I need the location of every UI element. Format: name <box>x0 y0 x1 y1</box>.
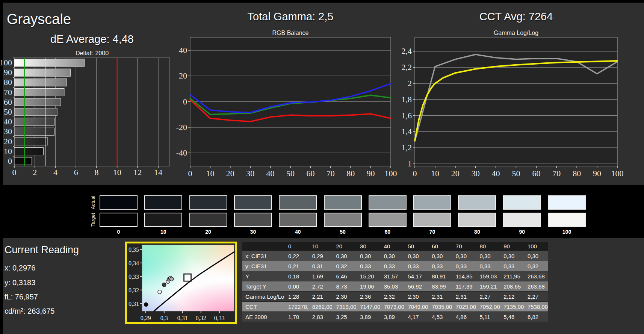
table-value-cell: 208,65 <box>500 281 524 291</box>
swatch-level-label: 70 <box>413 229 451 235</box>
table-value-cell: 0,30 <box>452 251 476 261</box>
table-value-cell: 3,89 <box>380 312 404 322</box>
table-row-label: Target Y <box>242 281 284 291</box>
table-value-cell: 8,73 <box>332 281 356 291</box>
x-axis-label: 14 <box>154 168 162 177</box>
table-value-cell: 7319,00 <box>332 302 356 311</box>
table-value-cell: 5,11 <box>476 312 500 322</box>
table-header-cell: 90 <box>500 242 524 251</box>
x-axis-label: 30 <box>246 169 254 178</box>
table-value-cell: 0,32 <box>524 261 548 271</box>
plot-area <box>142 245 234 311</box>
y-axis-label: 1,6 <box>402 111 412 120</box>
x-axis-label: 70 <box>327 169 335 178</box>
swatch-level-label: 50 <box>324 229 362 235</box>
y-axis-label: 70 <box>4 88 12 97</box>
x-axis-label: 2 <box>33 168 37 177</box>
cie-chromaticity-chart: 0,310,320,330,340,350,290,30,310,320,33 <box>127 243 235 322</box>
x-axis-label: 0,29 <box>141 315 151 321</box>
table-value-cell: 7135,00 <box>500 302 524 311</box>
deltae-bar-50 <box>14 108 57 116</box>
measured-point <box>144 303 148 307</box>
table-header-cell: 70 <box>452 242 476 251</box>
table-value-cell: 159,21 <box>476 281 500 291</box>
table-value-cell: 0,30 <box>428 251 452 261</box>
table-value-cell: 7073,00 <box>380 302 404 311</box>
y-axis-label: 90 <box>4 68 12 77</box>
table-value-cell: 2,27 <box>524 292 548 301</box>
swatch-level-label: 100 <box>548 229 586 235</box>
x-axis-label: 50 <box>512 169 520 178</box>
measured-point <box>170 277 174 281</box>
table-value-cell: 2,30 <box>332 292 356 301</box>
swatch-actual-40 <box>279 195 317 210</box>
y-axis-label: 60 <box>4 97 12 107</box>
current-reading-title: Current Reading <box>5 244 79 256</box>
table-value-cell: 1,28 <box>284 292 308 301</box>
table-value-cell: 172278,00 <box>284 302 308 311</box>
swatch-target-40 <box>279 213 317 227</box>
deltae-bar-30 <box>14 128 54 135</box>
x-axis-label: 20 <box>226 169 234 178</box>
y-axis-label: 10 <box>4 147 12 156</box>
y-axis-label: 40 <box>4 117 12 126</box>
swatch-actual-70 <box>413 195 451 210</box>
table-header-row: 0102030405060708090100 <box>242 242 548 251</box>
de-average-stat: dE Average: 4,48 <box>14 33 170 45</box>
table-value-cell: 0,30 <box>524 251 548 261</box>
table-value-cell: 19,06 <box>356 281 380 291</box>
rgb-balance-chart: 40200-20-400102030405060708090100 <box>165 34 402 181</box>
table-value-cell: 7029,00 <box>452 302 476 311</box>
table-value-cell: 5,46 <box>500 312 524 322</box>
x-axis-label: 10 <box>431 169 439 178</box>
table-value-cell: 8262,00 <box>308 302 333 311</box>
x-axis-label: 10 <box>206 169 214 178</box>
table-value-cell: 2,31 <box>452 292 476 301</box>
table-row: x: CIE310,220,290,300,300,300,300,300,30… <box>242 251 548 261</box>
x-axis-label: 6 <box>74 168 78 177</box>
table-value-cell: 0,30 <box>356 251 380 261</box>
table-value-cell: 0,30 <box>332 251 356 261</box>
current-reading-y: y: 0,3183 <box>5 278 35 287</box>
table-row-label: ΔE 2000 <box>242 312 284 322</box>
table-value-cell: 1,70 <box>284 312 308 322</box>
table-value-cell: 80,91 <box>428 271 452 281</box>
table-value-cell: 54,17 <box>404 271 428 281</box>
x-axis-label: 80 <box>573 169 581 178</box>
table-value-cell: 0,18 <box>284 271 308 281</box>
table-value-cell: 2,32 <box>380 292 404 301</box>
table-header-cell <box>242 242 284 251</box>
x-axis-label: 0,32 <box>196 315 206 321</box>
table-row: Gamma Log/Log1,282,212,302,362,322,302,3… <box>242 291 548 301</box>
gamma-loglog-chart: 11,21,41,61,822,22,401020304050607080901… <box>391 34 644 181</box>
table-value-cell: 0,30 <box>380 251 404 261</box>
y-axis-label: 2 <box>408 79 412 88</box>
y-axis-label: 0 <box>8 156 12 166</box>
table-value-cell: 0,21 <box>284 261 308 271</box>
table-header-cell: 40 <box>380 242 404 251</box>
y-axis-label: 1 <box>408 159 412 168</box>
deltae-bar-0 <box>14 157 32 165</box>
table-value-cell: 2,27 <box>476 292 500 301</box>
table-header-cell: 20 <box>332 242 356 251</box>
deltae-bar-90 <box>14 69 70 76</box>
y-axis-label: 0,31 <box>128 301 139 307</box>
table-row-label: CCT <box>242 302 284 311</box>
measurement-table: 0102030405060708090100x: CIE310,220,290,… <box>242 242 548 322</box>
table-value-cell: 3,25 <box>332 312 356 322</box>
table-value-cell: 0,22 <box>284 251 308 261</box>
swatch-level-label: 20 <box>189 229 227 235</box>
cct-avg-stat: CCT Avg: 7264 <box>415 11 617 23</box>
table-value-cell: 0,33 <box>500 261 524 271</box>
table-value-cell: 7035,00 <box>428 302 452 311</box>
table-header-cell: 10 <box>308 242 333 251</box>
y-axis-label: 50 <box>4 107 12 116</box>
table-value-cell: 0,30 <box>404 251 428 261</box>
swatch-actual-30 <box>234 195 272 210</box>
table-value-cell: 0,33 <box>476 261 500 271</box>
deltae-bar-40 <box>14 118 54 125</box>
y-axis-label: -40 <box>176 148 187 157</box>
y-axis-label: 2,4 <box>402 46 412 56</box>
table-value-cell: 7538,00 <box>524 302 548 311</box>
table-value-cell: 6,82 <box>524 312 548 322</box>
